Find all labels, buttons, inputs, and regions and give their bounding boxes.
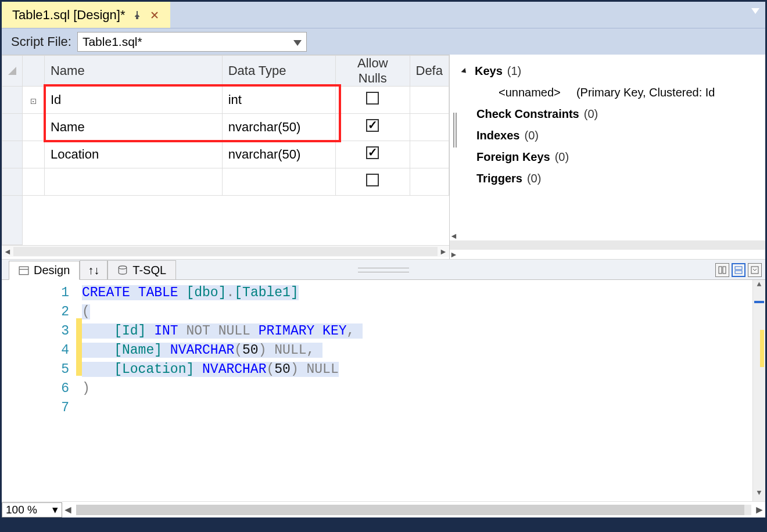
designer-pane: Name Data Type Allow Nulls Defa 🝕 Id int [2,55,449,259]
layout-horizontal-button[interactable] [732,263,746,277]
designer-split: Name Data Type Allow Nulls Defa 🝕 Id int [2,55,765,259]
cell-type[interactable]: nvarchar(50) [222,114,335,141]
svg-rect-5 [735,267,742,269]
col-header-name[interactable]: Name [44,56,222,87]
columns-grid[interactable]: Name Data Type Allow Nulls Defa 🝕 Id int [2,55,449,245]
grid-row[interactable]: Location nvarchar(50) [2,141,449,168]
cell-type[interactable]: int [222,87,335,114]
script-file-select[interactable]: Table1.sql* [77,32,307,52]
svg-point-2 [119,266,127,269]
footer-gap [2,517,765,530]
row-header-corner [2,56,23,87]
cell-name[interactable]: Name [44,114,222,141]
layout-vertical-button[interactable] [715,263,729,277]
code-text[interactable]: CREATE TABLE [dbo].[Table1] ( [Id] INT N… [82,280,752,501]
script-file-value: Table1.sql* [83,35,142,49]
document-tab-bar: Table1.sql [Design]* [2,2,765,28]
window-list-dropdown-icon[interactable] [751,6,759,16]
grid-row-empty [2,196,449,245]
col-header-nulls[interactable]: Allow Nulls [336,56,410,87]
swap-icon: ↑↓ [88,264,99,277]
grid-row-new[interactable] [2,168,449,196]
scroll-right-icon[interactable]: ► [450,250,458,259]
scroll-right-icon[interactable]: ► [438,247,449,256]
layout-buttons [715,263,762,277]
allow-nulls-checkbox[interactable] [366,146,379,159]
app-shell: Table1.sql [Design]* Script File: Table1… [0,0,767,532]
scroll-left-icon[interactable]: ◄ [450,231,458,240]
col-header-default[interactable]: Defa [410,56,449,87]
editor-h-scrollbar[interactable] [76,505,751,515]
props-h-scrollbar[interactable]: ◄ ► [450,231,765,259]
view-switcher: Design ↑↓ T-SQL [2,259,765,280]
scroll-right-icon[interactable]: ► [754,504,765,516]
tab-tsql[interactable]: T-SQL [107,260,176,279]
script-file-label: Script File: [11,34,71,49]
splitter-handle[interactable] [453,113,458,153]
allow-nulls-checkbox[interactable] [366,92,379,105]
scroll-left-icon[interactable]: ◄ [62,504,74,516]
props-check-constraints[interactable]: Check Constraints (0) [463,103,761,125]
grid-row[interactable]: Name nvarchar(50) [2,114,449,141]
cell-name[interactable]: Location [44,141,222,168]
tab-design[interactable]: Design [9,261,80,280]
expand-icon[interactable] [461,67,468,74]
document-tab[interactable]: Table1.sql [Design]* [2,2,170,28]
props-indexes[interactable]: Indexes (0) [463,125,761,146]
svg-rect-4 [723,267,726,274]
chevron-down-icon [293,35,302,49]
tab-swap[interactable]: ↑↓ [80,260,107,279]
col-header-type[interactable]: Data Type [222,56,335,87]
pin-icon[interactable] [132,11,142,19]
cell-name[interactable]: Id [44,87,222,114]
scroll-down-icon[interactable]: ▼ [753,488,765,501]
grid-header-row: Name Data Type Allow Nulls Defa [2,56,449,87]
grid-row[interactable]: 🝕 Id int [2,87,449,114]
allow-nulls-checkbox[interactable] [366,174,379,186]
pane-resize-grip[interactable] [358,268,409,272]
svg-rect-7 [751,267,758,274]
props-keys-item[interactable]: <unnamed> (Primary Key, Clustered: Id [463,82,761,103]
cell-type[interactable]: nvarchar(50) [222,141,335,168]
props-foreign-keys[interactable]: Foreign Keys (0) [463,146,761,168]
zoom-select[interactable]: 100 % ▾ [2,502,62,517]
layout-collapse-button[interactable] [748,263,762,277]
primary-key-icon: 🝕 [29,96,37,106]
designer-h-scrollbar[interactable]: ◄ ► [2,245,449,257]
close-icon[interactable] [149,11,160,19]
editor-bottom-bar: 100 % ▾ ◄ ► [2,501,765,517]
chevron-down-icon: ▾ [52,503,58,516]
document-tab-title: Table1.sql [Design]* [12,8,125,23]
props-keys[interactable]: Keys (1) [463,60,761,82]
script-file-toolbar: Script File: Table1.sql* [2,28,765,55]
editor-v-scrollbar[interactable]: ▲ ▼ [752,280,765,501]
scroll-up-icon[interactable]: ▲ [753,280,765,293]
sql-editor: 123 456 7 CREATE TABLE [dbo].[Table1] ( … [2,280,765,517]
svg-rect-6 [735,271,742,274]
properties-pane: Keys (1) <unnamed> (Primary Key, Cluster… [449,55,765,259]
scroll-left-icon[interactable]: ◄ [2,247,13,256]
allow-nulls-checkbox[interactable] [366,119,379,132]
line-number-gutter: 123 456 7 [2,280,76,501]
change-indicator-gutter [76,280,82,501]
svg-rect-3 [719,267,722,274]
props-triggers[interactable]: Triggers (0) [463,168,761,189]
svg-rect-0 [19,267,28,275]
